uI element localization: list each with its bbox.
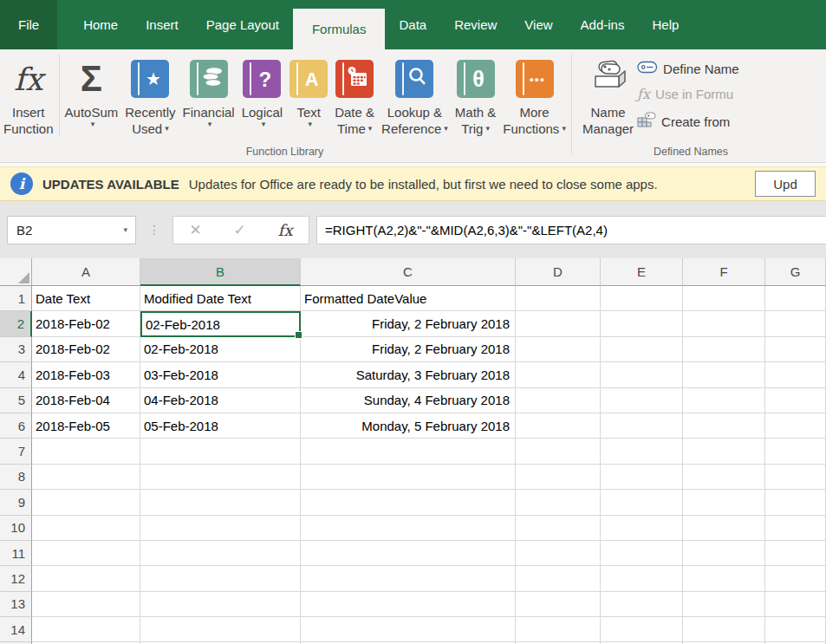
row-header-1[interactable]: 1 xyxy=(0,286,32,311)
cell-A3[interactable]: 2018-Feb-02 xyxy=(32,337,140,362)
cell-A4[interactable]: 2018-Feb-03 xyxy=(32,362,140,387)
cell-E12[interactable] xyxy=(601,566,683,591)
cell-E3[interactable] xyxy=(601,337,683,362)
cell-A6[interactable]: 2018-Feb-05 xyxy=(32,413,140,439)
cell-A11[interactable] xyxy=(32,541,140,566)
column-header-a[interactable]: A xyxy=(32,258,140,286)
column-header-c[interactable]: C xyxy=(301,258,516,286)
cell-C4[interactable]: Saturday, 3 February 2018 xyxy=(301,362,516,387)
cell-C12[interactable] xyxy=(301,566,516,591)
cell-F5[interactable] xyxy=(683,388,765,413)
cell-C11[interactable] xyxy=(301,541,516,566)
create-from-selection-button[interactable]: Create from xyxy=(637,112,739,131)
cell-A8[interactable] xyxy=(32,465,140,490)
more-functions-button[interactable]: ••• More Functions▾ xyxy=(499,49,569,137)
use-in-formula-button[interactable]: ƒx Use in Formu xyxy=(637,86,739,102)
cell-D5[interactable] xyxy=(516,388,601,413)
cell-G2[interactable] xyxy=(765,311,826,336)
cell-G14[interactable] xyxy=(765,617,826,642)
cell-G6[interactable] xyxy=(765,413,826,439)
cell-E8[interactable] xyxy=(601,465,683,490)
cell-F11[interactable] xyxy=(683,541,765,566)
cell-C3[interactable]: Friday, 2 February 2018 xyxy=(301,337,516,362)
cell-B10[interactable] xyxy=(140,516,301,541)
autosum-button[interactable]: Σ AutoSum ▾ xyxy=(62,49,122,128)
row-header-7[interactable]: 7 xyxy=(0,439,32,464)
cell-E10[interactable] xyxy=(601,516,683,541)
cancel-icon[interactable]: ✕ xyxy=(189,221,201,239)
cell-F9[interactable] xyxy=(683,490,765,515)
tab-view[interactable]: View xyxy=(511,0,566,49)
tab-team-cut[interactable]: T xyxy=(813,0,826,49)
cell-B6[interactable]: 05-Feb-2018 xyxy=(140,413,301,439)
cell-C6[interactable]: Monday, 5 February 2018 xyxy=(301,413,516,439)
row-header-6[interactable]: 6 xyxy=(0,413,32,439)
define-name-button[interactable]: Define Name xyxy=(637,61,739,76)
cell-B4[interactable]: 03-Feb-2018 xyxy=(140,362,301,387)
cell-C7[interactable] xyxy=(301,439,516,464)
cell-C9[interactable] xyxy=(301,490,516,515)
row-header-14[interactable]: 14 xyxy=(0,617,32,642)
cell-D12[interactable] xyxy=(516,566,601,591)
cell-E14[interactable] xyxy=(601,617,683,642)
cell-F6[interactable] xyxy=(683,413,765,439)
cell-B9[interactable] xyxy=(140,490,301,515)
cell-D13[interactable] xyxy=(516,592,601,617)
row-header-5[interactable]: 5 xyxy=(0,388,32,413)
tab-add-ins[interactable]: Add-ins xyxy=(567,0,639,49)
cell-F14[interactable] xyxy=(683,617,765,642)
row-header-2[interactable]: 2 xyxy=(0,311,32,336)
cell-A2[interactable]: 2018-Feb-02 xyxy=(32,311,140,336)
cell-F8[interactable] xyxy=(683,465,765,490)
insert-function-small-icon[interactable]: fx xyxy=(278,221,293,239)
tab-home[interactable]: Home xyxy=(69,0,132,49)
cell-D3[interactable] xyxy=(516,337,601,362)
cell-G11[interactable] xyxy=(765,541,826,566)
cell-A9[interactable] xyxy=(32,490,140,515)
cell-E7[interactable] xyxy=(601,439,683,464)
recently-used-button[interactable]: ★ Recently Used▾ xyxy=(121,49,179,137)
cell-E13[interactable] xyxy=(601,592,683,617)
row-header-4[interactable]: 4 xyxy=(0,362,32,387)
cell-D9[interactable] xyxy=(516,490,601,515)
cell-D10[interactable] xyxy=(516,516,601,541)
tab-page-layout[interactable]: Page Layout xyxy=(192,0,293,49)
cell-B1[interactable]: Modified Date Text xyxy=(140,286,301,311)
cell-B7[interactable] xyxy=(140,439,301,464)
cell-C13[interactable] xyxy=(301,592,516,617)
cell-G8[interactable] xyxy=(765,465,826,490)
cell-A5[interactable]: 2018-Feb-04 xyxy=(32,388,140,413)
name-manager-button[interactable]: Name Manager xyxy=(574,49,637,137)
cell-G13[interactable] xyxy=(765,592,826,617)
cell-G4[interactable] xyxy=(765,362,826,387)
row-header-9[interactable]: 9 xyxy=(0,490,32,515)
cell-A1[interactable]: Date Text xyxy=(32,286,140,311)
column-header-d[interactable]: D xyxy=(516,258,601,286)
cell-E11[interactable] xyxy=(601,541,683,566)
cell-F2[interactable] xyxy=(683,311,765,336)
cell-B5[interactable]: 04-Feb-2018 xyxy=(140,388,301,413)
lookup-reference-button[interactable]: Lookup & Reference▾ xyxy=(378,49,452,137)
cell-E6[interactable] xyxy=(601,413,683,439)
date-time-button[interactable]: Date & Time▾ xyxy=(331,49,378,137)
cell-C2[interactable]: Friday, 2 February 2018 xyxy=(301,311,516,336)
cell-D8[interactable] xyxy=(516,465,601,490)
tab-formulas[interactable]: Formulas xyxy=(293,9,386,49)
logical-button[interactable]: ? Logical ▾ xyxy=(238,49,287,128)
cell-F10[interactable] xyxy=(683,516,765,541)
cell-G9[interactable] xyxy=(765,490,826,515)
cell-A7[interactable] xyxy=(32,439,140,464)
cell-B2[interactable]: 02-Feb-2018 xyxy=(140,311,301,336)
cell-A12[interactable] xyxy=(32,566,140,591)
row-header-8[interactable]: 8 xyxy=(0,465,32,490)
cell-F4[interactable] xyxy=(683,362,765,387)
cell-C14[interactable] xyxy=(301,617,516,642)
cell-E5[interactable] xyxy=(601,388,683,413)
cell-G12[interactable] xyxy=(765,566,826,591)
select-all-button[interactable] xyxy=(0,258,32,286)
column-header-f[interactable]: F xyxy=(683,258,765,286)
column-header-e[interactable]: E xyxy=(601,258,683,286)
cell-B14[interactable] xyxy=(140,617,301,642)
row-header-11[interactable]: 11 xyxy=(0,541,32,566)
cell-C5[interactable]: Sunday, 4 February 2018 xyxy=(301,388,516,413)
